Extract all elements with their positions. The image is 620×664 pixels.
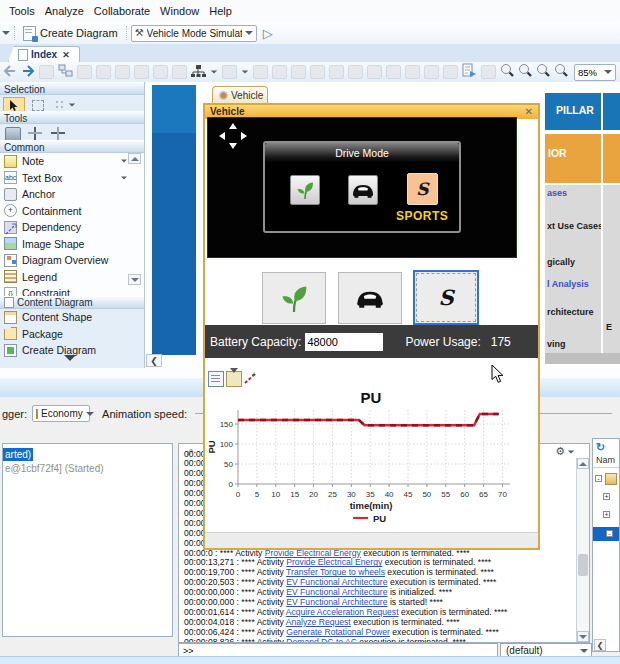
section-header-tools[interactable]: Tools (0, 111, 144, 124)
section-header-selection[interactable]: Selection (0, 82, 144, 95)
menu-collaborate[interactable]: Collaborate (94, 5, 150, 17)
move-arrows-icon[interactable] (219, 123, 247, 149)
sep[interactable] (443, 65, 458, 79)
activity-link[interactable]: Acquire Acceleration Request (286, 607, 399, 617)
image3-icon[interactable] (424, 65, 439, 79)
paste-icon[interactable] (115, 65, 130, 79)
diagram-shape-blue[interactable] (152, 133, 196, 355)
tree-expand-icon[interactable]: + (603, 511, 610, 518)
zoom-in-icon[interactable] (500, 63, 514, 81)
palette-item-image-shape[interactable]: Image Shape (0, 236, 128, 252)
activity-link[interactable]: Generate Rotational Power (286, 627, 390, 637)
tree-expand-icon[interactable]: + (603, 493, 610, 500)
tab-vehicle[interactable]: Vehicle (212, 86, 268, 103)
palette-item-anchor[interactable]: Anchor (0, 186, 128, 202)
cut-icon[interactable] (134, 65, 149, 79)
menu-help[interactable]: Help (209, 5, 232, 17)
nav-forward-icon[interactable] (21, 63, 35, 81)
diagram-link-use-cases[interactable]: ases (547, 188, 567, 198)
create-diagram-button[interactable]: Create Diagram (19, 26, 122, 41)
horizontal-split-tool-icon[interactable] (51, 127, 65, 140)
chevron-down-icon[interactable] (121, 160, 127, 163)
palette-item-text-box[interactable]: abcText Box (0, 170, 128, 186)
sep[interactable] (77, 65, 92, 79)
overflow-chevron-icon[interactable] (2, 31, 10, 35)
eco-mode-select-button[interactable] (262, 272, 326, 324)
palette-item-content-shape[interactable]: Content Shape (0, 309, 128, 325)
swap-icon[interactable] (367, 65, 382, 79)
sep[interactable] (172, 65, 187, 79)
palette-item-containment[interactable]: +Containment (0, 203, 128, 219)
close-icon[interactable]: ✕ (525, 105, 533, 119)
palette-item-legend[interactable]: Legend (0, 269, 128, 285)
tree-scroll-left-button[interactable]: ❮ (594, 639, 606, 651)
activity-link[interactable]: EV Functional Architecture (286, 587, 387, 597)
palette-item-package[interactable]: Package (0, 326, 128, 342)
menu-window[interactable]: Window (160, 5, 199, 17)
activity-link[interactable]: Transfer Torque to wheels (286, 567, 385, 577)
activity-link[interactable]: EV Functional Architecture (286, 577, 387, 587)
nav-back-icon[interactable] (3, 63, 17, 81)
zoom-fit-icon[interactable] (518, 63, 532, 81)
diagram-link-analysis[interactable]: l Analysis (547, 279, 589, 289)
sep[interactable] (348, 65, 363, 79)
diagram-shape-blue[interactable] (152, 85, 196, 133)
close-tab-icon[interactable]: ✕ (62, 50, 70, 60)
image1-icon[interactable] (386, 65, 401, 79)
link-icon[interactable] (222, 65, 237, 79)
sep[interactable] (481, 65, 496, 79)
eco-mode-button[interactable] (290, 175, 320, 205)
tab-index[interactable]: Index ✕ (8, 46, 80, 62)
session-item[interactable]: e@1cbf72f4] (Started) (5, 462, 104, 475)
chevron-down-icon[interactable] (242, 70, 248, 73)
menu-tools[interactable]: Tools (9, 5, 35, 17)
console-settings-gear-icon[interactable]: ⚙ (555, 445, 565, 458)
layout-icon[interactable] (191, 63, 206, 81)
chevron-down-icon[interactable] (568, 450, 574, 453)
session-item-selected[interactable]: arted) (3, 448, 33, 461)
diag-style-icon[interactable] (329, 65, 344, 79)
palette-item-dependency[interactable]: Dependency (0, 219, 128, 235)
sep[interactable] (39, 65, 54, 79)
tree-collapse-icon[interactable]: - (595, 475, 602, 482)
palette-item-note[interactable]: Note (0, 153, 128, 169)
palette-item-diagram-overview[interactable]: Diagram Overview (0, 252, 128, 268)
image2-icon[interactable] (405, 65, 420, 79)
run-simulation-button[interactable]: ▷ (263, 27, 273, 40)
copy-icon[interactable] (96, 65, 111, 79)
sports-mode-select-button[interactable]: S (413, 270, 479, 325)
zoom-out-icon[interactable] (554, 63, 568, 81)
simulation-config-select[interactable]: ⚒ Vehicle Mode Simulation (131, 25, 257, 42)
containment-tree-icon[interactable] (58, 63, 73, 81)
console-scrollbar-thumb[interactable] (578, 554, 588, 576)
activity-link[interactable]: Analyze Request (286, 617, 351, 627)
palette-scrollbar[interactable] (128, 153, 141, 285)
section-header-common[interactable]: Common (0, 140, 144, 153)
tree-item-selected[interactable]: - (593, 527, 620, 541)
chevron-down-icon[interactable] (121, 176, 127, 179)
palette-more-chevron-icon[interactable] (64, 355, 76, 361)
line-style-icon[interactable] (253, 65, 268, 79)
line-chart-icon[interactable]: + (244, 371, 258, 385)
activity-link[interactable]: Provide Electrical Energy (286, 557, 382, 567)
activity-link[interactable]: EV Functional Architecture (286, 597, 387, 607)
vertical-split-tool-icon[interactable] (28, 127, 42, 140)
normal-mode-button[interactable] (348, 175, 378, 205)
zoom-selection-icon[interactable] (536, 63, 550, 81)
trigger-select[interactable]: Economy (32, 405, 90, 422)
console-scrollbar[interactable] (576, 458, 589, 642)
rect-style-icon[interactable] (291, 65, 306, 79)
canvas-scroll-left-button[interactable]: ❮ (146, 354, 162, 367)
refresh-icon[interactable]: ↻ (596, 441, 605, 454)
palette-item-constraint[interactable]: {}Constraint (0, 285, 128, 296)
show-diagram-info-icon[interactable] (462, 63, 477, 81)
chevron-down-icon[interactable] (211, 70, 217, 73)
section-header-content-diagram[interactable]: Content Diagram (0, 296, 144, 309)
zoom-level-select[interactable]: 85% (574, 64, 616, 81)
sports-mode-button[interactable]: S (407, 173, 438, 205)
canvas-scrollbar-thumb[interactable] (545, 353, 620, 364)
normal-mode-select-button[interactable] (338, 272, 402, 324)
battery-capacity-input[interactable] (305, 333, 383, 351)
path-style-icon[interactable] (272, 65, 287, 79)
corner-style-icon[interactable] (310, 65, 325, 79)
